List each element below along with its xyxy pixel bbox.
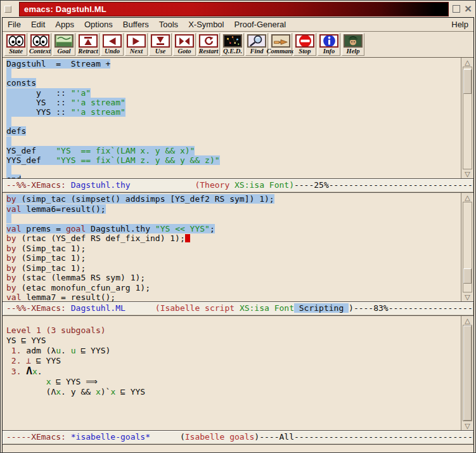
retract-icon xyxy=(79,34,98,48)
menu-apps[interactable]: Apps xyxy=(50,18,79,31)
code-line: Dagstuhl = Stream + xyxy=(6,59,461,69)
use-button[interactable]: Use xyxy=(149,33,172,56)
info-button[interactable]: Info xyxy=(318,33,340,56)
code-line: YS_def "YS == fix`(LAM x. y && x)" xyxy=(6,146,461,155)
code-line: val lemma6=result(); xyxy=(6,204,461,214)
scroll-up-arrow-icon[interactable]: △ xyxy=(461,193,473,202)
q-e-d-button[interactable]: Q.E.D. xyxy=(221,33,244,56)
goal-icon xyxy=(55,34,74,48)
scroll-down-arrow-icon[interactable]: ▽ xyxy=(461,421,473,430)
undo-icon xyxy=(103,34,122,48)
code-line: 2. ⊥ ⊑ YYS xyxy=(6,356,461,366)
scrollbar-thumb[interactable] xyxy=(463,69,472,93)
toolbar-button-label: Command xyxy=(267,48,295,55)
code-line: by (stac (lemma5 RS sym) 1); xyxy=(6,273,461,283)
code-line: y :: "'a" xyxy=(6,88,461,98)
maximize-button[interactable] xyxy=(451,4,461,14)
code-line: YYS_def "YYS == fix`(LAM z. y && y && z)… xyxy=(6,155,461,165)
code-line: 1. adm (λu. u ⊑ YYS) xyxy=(6,346,461,356)
buffer-dagstuhl-ml[interactable]: by (simp_tac (simpset() addsimps [YS_def… xyxy=(3,193,473,301)
toolbar-button-label: Restart xyxy=(199,48,219,55)
code-line: by (Simp_tac 1); xyxy=(6,244,461,254)
menubar: FileEditAppsOptionsBuffersToolsX-SymbolP… xyxy=(3,18,473,32)
command-icon xyxy=(271,34,290,48)
context-button[interactable]: Context xyxy=(29,33,51,56)
state-button[interactable]: State xyxy=(4,33,27,56)
modeline-isabelle-goals: -----XEmacs: *isabelle-goals* (Isabelle … xyxy=(3,430,473,445)
scrollbar-track[interactable] xyxy=(463,325,472,421)
buffer-dagstuhl-thy[interactable]: Dagstuhl = Stream + consts y :: "'a" YS … xyxy=(3,58,473,178)
scroll-down-arrow-icon[interactable]: ▽ xyxy=(461,292,473,301)
find-button[interactable]: Find xyxy=(245,33,268,56)
undo-button[interactable]: Undo xyxy=(101,33,124,56)
stop-button[interactable]: Stop xyxy=(293,33,316,56)
minibuffer[interactable] xyxy=(3,445,473,453)
scrollbar-track[interactable] xyxy=(463,202,472,292)
toolbar-button-label: Q.E.D. xyxy=(223,48,242,55)
scroll-up-arrow-icon[interactable]: △ xyxy=(461,58,473,67)
code-line: by (etac monofun_cfun_arg 1); xyxy=(6,283,461,293)
toolbar-button-label: Help xyxy=(347,48,360,55)
code-line: by (simp_tac (simpset() addsimps [YS_def… xyxy=(6,194,461,204)
code-line: YYS :: "'a stream" xyxy=(6,107,461,117)
toolbar-button-label: Goal xyxy=(58,48,71,55)
title-bar-strip[interactable]: emacs: Dagstuhl.ML xyxy=(19,2,449,16)
toolbar-button-label: Stop xyxy=(299,48,311,55)
goal-button[interactable]: Goal xyxy=(53,33,75,56)
scrollbar-thumb[interactable] xyxy=(463,268,472,284)
next-button[interactable]: Next xyxy=(125,33,148,56)
help-button[interactable]: Help xyxy=(342,33,364,56)
window-frame: FileEditAppsOptionsBuffersToolsX-SymbolP… xyxy=(2,17,474,453)
close-button[interactable]: × xyxy=(463,4,473,14)
toolbar-button-label: Next xyxy=(130,48,143,55)
menu-options[interactable]: Options xyxy=(79,18,118,31)
code-line xyxy=(6,317,461,325)
buffer-text-area[interactable]: Level 1 (3 subgoals)YS ⊑ YYS 1. adm (λu.… xyxy=(3,316,461,430)
text-cursor xyxy=(185,234,190,242)
toolbar-button-label: Use xyxy=(155,48,165,55)
toolbar-button-label: Goto xyxy=(178,48,191,55)
menu-buffers[interactable]: Buffers xyxy=(118,18,154,31)
code-line xyxy=(6,214,461,224)
scrollbar[interactable]: △▽ xyxy=(461,58,473,178)
menu-edit[interactable]: Edit xyxy=(26,18,50,31)
window-menu-button[interactable] xyxy=(4,6,11,13)
code-line: by (Simp_tac 1); xyxy=(6,253,461,263)
qed-icon xyxy=(223,34,242,48)
buffer-text-area[interactable]: by (simp_tac (simpset() addsimps [YS_def… xyxy=(3,193,461,301)
scrollbar-thumb[interactable] xyxy=(463,325,472,421)
use-icon xyxy=(151,34,170,48)
buffer-isabelle-goals[interactable]: Level 1 (3 subgoals)YS ⊑ YYS 1. adm (λu.… xyxy=(3,316,473,430)
goto-icon xyxy=(175,34,194,48)
menu-help[interactable]: Help xyxy=(446,18,473,31)
code-line xyxy=(6,117,461,126)
scroll-up-arrow-icon[interactable]: △ xyxy=(461,316,473,325)
eyes-icon xyxy=(30,34,49,48)
code-line xyxy=(6,69,461,78)
code-line: Level 1 (3 subgoals) xyxy=(6,325,461,336)
next-icon xyxy=(127,34,146,48)
buffer-text-area[interactable]: Dagstuhl = Stream + consts y :: "'a" YS … xyxy=(3,58,461,178)
command-button[interactable]: Command xyxy=(269,33,292,56)
window-title: emacs: Dagstuhl.ML xyxy=(20,4,106,14)
menu-proof-general[interactable]: Proof-General xyxy=(229,18,291,31)
code-line: (Λx. y && x)`x ⊑ YYS xyxy=(6,387,461,397)
scrollbar[interactable]: △▽ xyxy=(461,316,473,430)
find-icon xyxy=(247,34,266,48)
scrollbar-track[interactable] xyxy=(463,67,472,169)
menu-file[interactable]: File xyxy=(3,18,26,31)
scroll-down-arrow-icon[interactable]: ▽ xyxy=(461,169,473,178)
menu-x-symbol[interactable]: X-Symbol xyxy=(183,18,229,31)
toolbar-button-label: Retract xyxy=(78,48,98,55)
retract-button[interactable]: Retract xyxy=(77,33,100,56)
code-line: 3. Λx. xyxy=(6,366,461,377)
code-line: YS ⊑ YYS xyxy=(6,336,461,346)
scrollbar[interactable]: △▽ xyxy=(461,193,473,301)
code-line: defs xyxy=(6,126,461,136)
goto-button[interactable]: Goto xyxy=(173,33,196,56)
menu-tools[interactable]: Tools xyxy=(154,18,183,31)
code-line xyxy=(6,136,461,146)
stop-icon xyxy=(295,34,314,48)
code-line: by (Simp_tac 1); xyxy=(6,263,461,273)
restart-button[interactable]: Restart xyxy=(197,33,220,56)
